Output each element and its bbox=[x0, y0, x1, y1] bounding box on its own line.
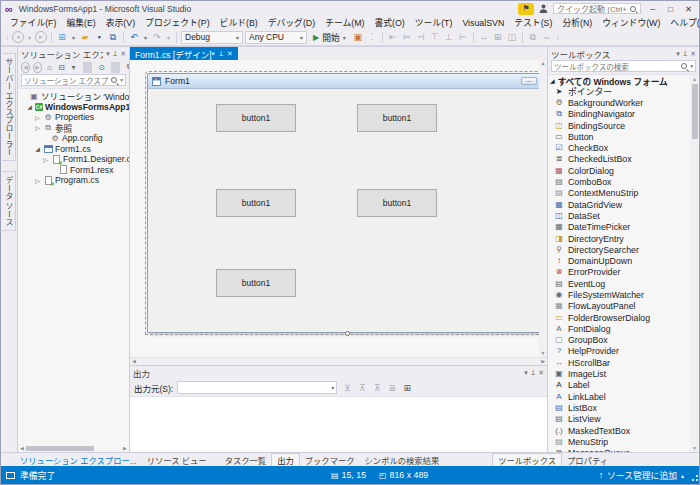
toolbox-section-header[interactable]: ◢ すべての Windows フォーム bbox=[548, 75, 690, 86]
menu-item[interactable]: テスト(S) bbox=[509, 16, 557, 29]
undo-caret[interactable]: ▾ bbox=[142, 30, 149, 44]
tree-item-form1-resx[interactable]: Form1.resx bbox=[18, 165, 129, 176]
toolbox-item[interactable]: ≣ CheckedListBox bbox=[548, 154, 690, 165]
toolbox-item[interactable]: ▣ ImageList bbox=[548, 368, 690, 379]
form-resize-handle[interactable] bbox=[345, 331, 350, 336]
align-middles-icon[interactable]: ⊥ bbox=[443, 30, 455, 44]
toolbox-item[interactable]: ▤ ContextMenuStrip bbox=[548, 188, 690, 199]
start-debugging-button[interactable]: ▶ 開始 ▾ bbox=[309, 30, 350, 44]
tree-item-program[interactable]: ▷ Program.cs bbox=[18, 175, 129, 186]
tab-output[interactable]: 出力 bbox=[271, 453, 300, 466]
menu-item[interactable]: デバッグ(D) bbox=[263, 16, 320, 29]
designer-canvas[interactable]: Form1 — button1 button1 button1 button1 … bbox=[130, 60, 539, 357]
form-title-bar[interactable]: Form1 — bbox=[148, 74, 539, 89]
close-icon[interactable]: ✕ bbox=[120, 50, 126, 58]
pin-icon[interactable]: T bbox=[219, 50, 223, 57]
save-all-icon[interactable]: ⧉ bbox=[107, 30, 119, 44]
toolbox-item[interactable]: ↔ HScrollBar bbox=[548, 357, 690, 368]
designed-button-3[interactable]: button1 bbox=[216, 189, 296, 217]
scrollbar-thumb[interactable] bbox=[692, 84, 698, 139]
toolbox-item[interactable]: ↕ DomainUpDown bbox=[548, 255, 690, 266]
toolbar-grip[interactable]: ⁞ bbox=[4, 30, 10, 44]
feedback-icon[interactable] bbox=[539, 4, 548, 13]
scroll-down-icon[interactable]: ▼ bbox=[541, 351, 546, 356]
overflow-dots-icon[interactable]: ⁚ bbox=[366, 30, 378, 44]
configuration-dropdown[interactable]: Debug ▾ bbox=[181, 31, 243, 44]
tab-solution-explorer[interactable]: ソリューション エクスプロー... bbox=[15, 453, 142, 466]
toolbox-item[interactable]: ⧉ BindingNavigator bbox=[548, 109, 690, 120]
designed-button-5[interactable]: button1 bbox=[216, 269, 296, 297]
toolbox-item[interactable]: ? HelpProvider bbox=[548, 346, 690, 357]
toolbox-item[interactable]: ▦ ColorDialog bbox=[548, 165, 690, 176]
toolbar-separator[interactable] bbox=[83, 62, 92, 73]
align-rights-icon[interactable]: ⊣ bbox=[415, 30, 427, 44]
toolbox-item[interactable]: ▤ MenuStrip bbox=[548, 436, 690, 447]
pin-icon[interactable]: T bbox=[683, 50, 687, 57]
toolbox-item[interactable]: ☑ CheckBox bbox=[548, 142, 690, 153]
toolbar-separator[interactable] bbox=[51, 32, 52, 43]
toolbox-item[interactable]: ▢ GroupBox bbox=[548, 335, 690, 346]
navigate-back-icon[interactable]: ◄ bbox=[12, 31, 24, 43]
vertical-spacing-icon[interactable]: ⇔ bbox=[541, 30, 553, 44]
size-to-grid-icon[interactable]: ◫ bbox=[506, 30, 518, 44]
sync-with-active-icon[interactable]: ⊙ bbox=[97, 62, 106, 73]
menu-item[interactable]: VisualSVN bbox=[457, 18, 509, 28]
align-tops-icon[interactable]: ⊤ bbox=[429, 30, 441, 44]
tree-item-properties[interactable]: ▷⚙ Properties bbox=[18, 112, 129, 123]
navigate-forward-icon[interactable]: ► bbox=[35, 31, 47, 43]
toolbox-item[interactable]: ▦ DateTimePicker bbox=[548, 222, 690, 233]
go-next-message-icon[interactable]: ⊼ bbox=[371, 381, 383, 395]
menu-item[interactable]: ヘルプ(H) bbox=[665, 16, 700, 29]
menu-item[interactable]: 分析(N) bbox=[557, 16, 597, 29]
scrollbar-thumb[interactable] bbox=[26, 446, 94, 451]
forward-icon[interactable]: ► bbox=[33, 62, 42, 73]
toolbox-item[interactable]: ⚲ DirectorySearcher bbox=[548, 244, 690, 255]
toolbar-grip[interactable]: ⁞ bbox=[555, 30, 561, 44]
toolbox-vscrollbar[interactable]: ▲ ▼ bbox=[690, 75, 699, 452]
designed-form-window[interactable]: Form1 — button1 button1 button1 button1 … bbox=[147, 73, 539, 333]
designed-button-2[interactable]: button1 bbox=[357, 104, 437, 132]
toolbox-item[interactable]: ◉ FileSystemWatcher bbox=[548, 289, 690, 300]
toolbox-item[interactable]: ▤ ComboBox bbox=[548, 176, 690, 187]
output-source-dropdown[interactable]: ▾ bbox=[177, 381, 337, 394]
go-prev-message-icon[interactable]: ⊼ bbox=[356, 381, 368, 395]
tree-item-project[interactable]: ◢C# WindowsFormsApp1 bbox=[18, 102, 129, 113]
find-message-icon[interactable]: ⊻ bbox=[341, 381, 353, 395]
menu-item[interactable]: ウィンドウ(W) bbox=[597, 16, 665, 29]
menu-item[interactable]: ファイル(F) bbox=[5, 16, 61, 29]
scroll-right-icon[interactable]: ▶ bbox=[122, 445, 128, 451]
toolbox-item[interactable]: A Label bbox=[548, 380, 690, 391]
close-icon[interactable]: ✕ bbox=[538, 369, 544, 377]
toolbox-item[interactable]: A FontDialog bbox=[548, 323, 690, 334]
toolbox-item[interactable]: ▤ ListBox bbox=[548, 402, 690, 413]
collapse-all-icon[interactable]: ⊟ bbox=[57, 62, 66, 73]
toolbar-separator[interactable] bbox=[522, 32, 523, 43]
toolbox-search-input[interactable]: ツールボックスの検索 ▾ bbox=[551, 60, 696, 72]
align-bottoms-icon[interactable]: ⊢ bbox=[457, 30, 469, 44]
tree-item-references[interactable]: ▷⧉ 参照 bbox=[18, 123, 129, 134]
save-icon[interactable]: ▪ bbox=[93, 30, 105, 44]
profiler-icon[interactable]: ▣ bbox=[352, 30, 364, 44]
scroll-left-icon[interactable]: ◀ bbox=[132, 359, 136, 364]
toolbox-item[interactable]: A LinkLabel bbox=[548, 391, 690, 402]
scroll-up-icon[interactable]: ▲ bbox=[541, 61, 546, 66]
toolbox-item[interactable]: ⊗ ErrorProvider bbox=[548, 267, 690, 278]
designer-hscrollbar[interactable]: ◀ ▶ bbox=[130, 357, 547, 365]
menu-item[interactable]: 表示(V) bbox=[101, 16, 140, 29]
toolbox-item[interactable]: ◫ DataSet bbox=[548, 210, 690, 221]
tree-item-solution[interactable]: ▣ ソリューション 'WindowsFormsApp1 bbox=[18, 91, 129, 102]
chevron-down-icon[interactable]: ▾ bbox=[106, 50, 110, 58]
platform-dropdown[interactable]: Any CPU ▾ bbox=[245, 31, 307, 44]
menu-item[interactable]: 書式(O) bbox=[369, 16, 409, 29]
menu-item[interactable]: ビルド(B) bbox=[215, 16, 263, 29]
menu-item[interactable]: ツール(T) bbox=[410, 16, 458, 29]
toolbar-separator[interactable] bbox=[473, 32, 474, 43]
toolbox-item[interactable]: ▤ ListView bbox=[548, 414, 690, 425]
collapse-caret[interactable]: ▾ bbox=[69, 62, 78, 73]
pin-icon[interactable]: T bbox=[113, 50, 117, 57]
horizontal-spacing-icon[interactable]: ⧉ bbox=[527, 30, 539, 44]
scroll-down-icon[interactable]: ▼ bbox=[692, 445, 697, 451]
menu-item[interactable]: チーム(M) bbox=[320, 16, 369, 29]
toolbox-item[interactable]: ➤ ポインター bbox=[548, 86, 690, 97]
designed-button-4[interactable]: button1 bbox=[357, 189, 437, 217]
